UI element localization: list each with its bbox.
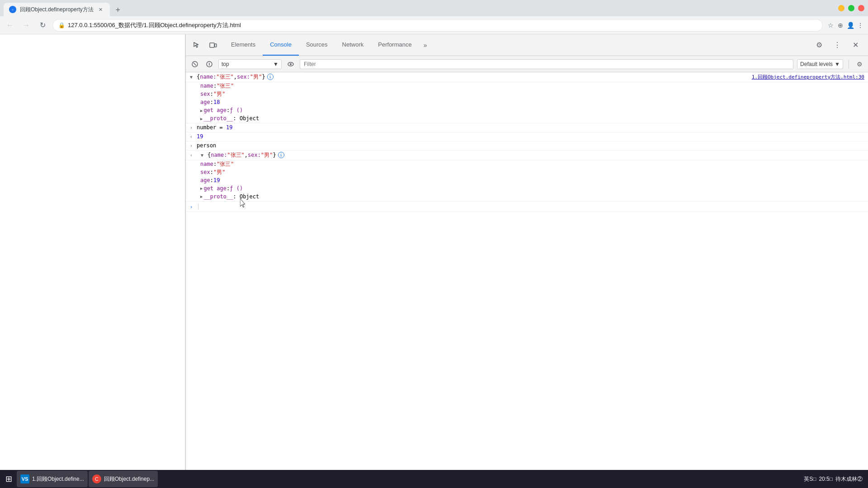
tab-bar: ○ 回顾Object.defineproperty方法 ✕ +: [4, 0, 124, 16]
inspect-element-button[interactable]: [189, 38, 204, 52]
block2-info-icon[interactable]: i: [278, 152, 284, 158]
context-label: top: [222, 61, 229, 67]
filter-input[interactable]: [300, 59, 793, 69]
return-19-content: 19: [197, 133, 868, 141]
block1-file-link[interactable]: 1.回顾Object.defineproperty方法.html:30: [752, 74, 868, 80]
bookmark-icon[interactable]: ☆: [826, 21, 835, 29]
number-expand-gutter: ›: [186, 124, 197, 131]
clear-console-button[interactable]: [189, 59, 200, 70]
block1-name-row: name : "张三": [200, 82, 868, 90]
tab-network[interactable]: Network: [335, 34, 371, 56]
settings-button[interactable]: ⚙: [812, 38, 826, 52]
extension-icon[interactable]: ⊕: [836, 21, 844, 29]
block1-sex-key: sex:: [237, 73, 250, 81]
console-output: ▼ { name: "张三" , sex: "男" } i: [186, 72, 868, 488]
block1-name-key: name:: [200, 73, 216, 81]
context-selector[interactable]: top ▼: [218, 59, 282, 69]
block1-get-age-row[interactable]: ▶ get age : ƒ (): [200, 107, 868, 115]
block2-expand-gutter[interactable]: ▼: [197, 151, 208, 159]
forward-button[interactable]: →: [20, 19, 33, 32]
block1-sex-val: "男": [250, 73, 262, 81]
chrome-icon: C: [92, 474, 101, 483]
block2-sex-key: sex:: [248, 151, 261, 159]
tab-favicon: ○: [9, 6, 16, 13]
devtools-panel: Elements Console Sources Network Perform…: [185, 34, 868, 488]
tab-performance[interactable]: Performance: [371, 34, 419, 56]
block2-get-age-row[interactable]: ▶ get age : ƒ (): [200, 185, 868, 193]
block1-age-row: age : 18: [200, 99, 868, 107]
block2-age-row: age : 19: [200, 177, 868, 185]
return-collapse-gutter: ‹: [186, 133, 197, 140]
block1-header-row: ▼ { name: "张三" , sex: "男" } i: [186, 72, 868, 82]
more-tabs-button[interactable]: »: [419, 39, 432, 52]
block2-sex-val: "男": [261, 151, 273, 159]
taskbar-vscode[interactable]: VS 1.回顾Object.define...: [17, 471, 88, 487]
levels-dropdown-icon: ▼: [835, 61, 840, 67]
devtools-toolbar: Elements Console Sources Network Perform…: [186, 34, 868, 56]
cursor-indicator: |: [197, 203, 200, 210]
title-bar: ○ 回顾Object.defineproperty方法 ✕ +: [0, 0, 868, 16]
preserve-log-button[interactable]: [204, 59, 215, 70]
block1-props: name : "张三" sex : "男" age: [186, 82, 868, 123]
taskbar-chrome-label: 回顾Object.definep...: [104, 475, 154, 483]
number-line-content: number = 19: [197, 124, 868, 131]
new-tab-button[interactable]: +: [112, 4, 124, 16]
webpage-area: [0, 34, 185, 488]
device-toolbar-button[interactable]: [206, 38, 220, 52]
block1-name-val: "张三": [216, 73, 233, 81]
address-input[interactable]: 🔒 127.0.0.1:5500/06_数据代理/1.回顾Object.defi…: [52, 19, 823, 32]
console-settings-button[interactable]: ⚙: [854, 59, 864, 69]
log-levels-selector[interactable]: Default levels ▼: [797, 59, 843, 69]
block1-sex-row: sex : "男": [200, 90, 868, 99]
person-line-content: person: [197, 142, 868, 150]
start-button[interactable]: ⊞: [2, 471, 16, 487]
block2-header-row: ‹ ▼ { name: "张三" , sex: ": [186, 150, 868, 160]
prompt-gutter: ›: [186, 202, 197, 211]
eye-button[interactable]: [285, 59, 296, 70]
block2-proto-row[interactable]: ▶ __proto__ : Object: [200, 193, 868, 201]
maximize-button[interactable]: [848, 5, 854, 11]
block2-collapse-gutter[interactable]: ‹: [186, 151, 197, 159]
block1-expand-gutter[interactable]: ▼: [186, 73, 197, 80]
block1-proto-row[interactable]: ▶ __proto__ : Object: [200, 115, 868, 123]
close-devtools-button[interactable]: ✕: [848, 38, 863, 52]
windows-icon: ⊞: [5, 474, 12, 484]
more-options-button[interactable]: ⋮: [830, 38, 844, 52]
block2-close-brace: }: [273, 151, 276, 159]
person-expand-gutter[interactable]: ›: [186, 142, 197, 149]
profile-icon[interactable]: 👤: [846, 21, 854, 29]
taskbar-vscode-label: 1.回顾Object.define...: [32, 475, 84, 483]
time-display: 20:5□: [819, 476, 833, 482]
number-line-row: › number = 19: [186, 123, 868, 132]
browser-action-icons: ☆ ⊕ 👤 ⋮: [826, 21, 864, 29]
block1-collapse-arrow[interactable]: ▼: [190, 74, 193, 80]
levels-label: Default levels: [800, 61, 833, 67]
minimize-button[interactable]: [838, 5, 844, 11]
back-button[interactable]: ←: [4, 19, 16, 32]
system-tray: 英S□ 20:5□ 待木成林②: [804, 475, 863, 483]
browser-window: ○ 回顾Object.defineproperty方法 ✕ + ← → ↻ 🔒 …: [0, 0, 868, 488]
close-button[interactable]: [858, 5, 864, 11]
active-tab[interactable]: ○ 回顾Object.defineproperty方法 ✕: [4, 3, 110, 16]
svg-rect-1: [215, 44, 217, 47]
svg-rect-0: [210, 43, 214, 47]
block1-info-icon[interactable]: i: [267, 74, 274, 80]
tab-title: 回顾Object.defineproperty方法: [20, 6, 94, 14]
prompt-input[interactable]: |: [197, 203, 868, 211]
prompt-row: › |: [186, 202, 868, 212]
tab-sources[interactable]: Sources: [299, 34, 335, 56]
refresh-button[interactable]: ↻: [36, 19, 49, 32]
menu-icon[interactable]: ⋮: [856, 21, 864, 29]
toolbar-divider: [849, 60, 849, 69]
address-bar: ← → ↻ 🔒 127.0.0.1:5500/06_数据代理/1.回顾Objec…: [0, 16, 868, 34]
tab-close-button[interactable]: ✕: [97, 6, 104, 13]
person-line-row: › person: [186, 141, 868, 150]
vscode-icon: VS: [20, 474, 29, 483]
block2-name-row: name : "张三": [200, 160, 868, 169]
taskbar-chrome[interactable]: C 回顾Object.definep...: [89, 471, 158, 487]
tab-elements[interactable]: Elements: [224, 34, 263, 56]
block2-name-key: name:: [211, 151, 227, 159]
tab-console[interactable]: Console: [263, 34, 299, 56]
number-value: 19: [226, 124, 232, 131]
browser-content: Elements Console Sources Network Perform…: [0, 34, 868, 488]
